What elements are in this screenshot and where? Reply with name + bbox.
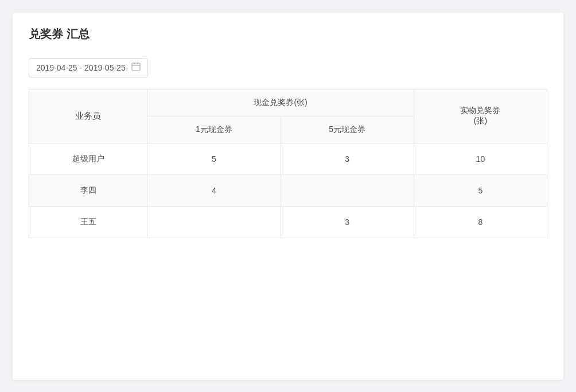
- col-cash-1yuan: 1元现金券: [147, 116, 281, 143]
- cell-salesperson: 王五: [29, 206, 147, 238]
- calendar-icon: [131, 62, 141, 73]
- cell-cash5yuan: 3: [281, 206, 414, 238]
- cell-lici: 5: [414, 174, 547, 206]
- cell-cash1yuan: 5: [147, 143, 281, 174]
- cell-cash1yuan: [147, 206, 281, 238]
- page-title: 兑奖券 汇总: [29, 26, 547, 42]
- col-salesperson: 业务员: [29, 89, 147, 143]
- col-physical-coupons: 实物兑奖券 (张): [414, 89, 547, 143]
- col-cash-coupons-header: 现金兑奖券(张): [147, 89, 414, 116]
- table-row: 超级用户 5 3 10: [29, 143, 547, 174]
- cell-lici: 8: [414, 206, 547, 238]
- col-cash-5yuan: 5元现金券: [281, 116, 414, 143]
- svg-rect-0: [132, 63, 140, 71]
- table-row: 李四 4 5: [29, 174, 547, 206]
- cell-cash5yuan: [281, 174, 414, 206]
- cell-salesperson: 李四: [29, 174, 147, 206]
- table-row: 王五 3 8: [29, 206, 547, 238]
- cell-lici: 10: [414, 143, 547, 174]
- cell-cash5yuan: 3: [281, 143, 414, 174]
- cell-salesperson: 超级用户: [29, 143, 147, 174]
- main-card: 兑奖券 汇总 2019-04-25 - 2019-05-25 业务员 现金兑奖券…: [13, 13, 563, 380]
- date-picker[interactable]: 2019-04-25 - 2019-05-25: [29, 58, 148, 77]
- cell-cash1yuan: 4: [147, 174, 281, 206]
- date-picker-value: 2019-04-25 - 2019-05-25: [36, 63, 126, 72]
- summary-table: 业务员 现金兑奖券(张) 实物兑奖券 (张) 1元现金券 5元现金券 超级用户 …: [29, 89, 547, 238]
